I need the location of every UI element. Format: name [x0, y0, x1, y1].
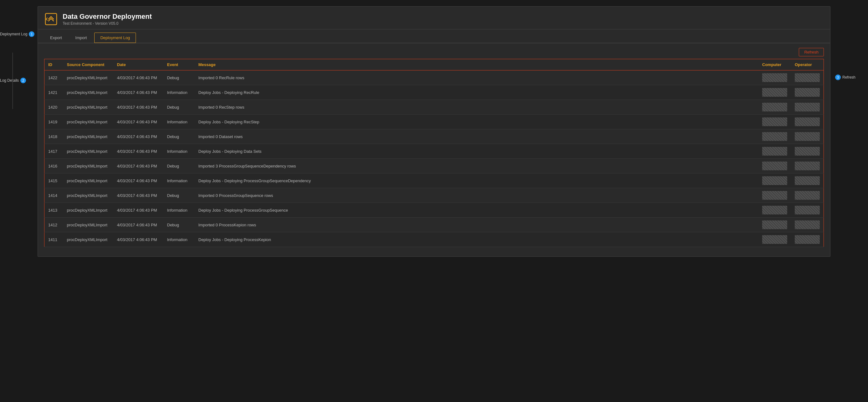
- cell-event: Information: [163, 174, 195, 188]
- cell-date: 4/03/2017 4:06:43 PM: [113, 203, 163, 218]
- cell-operator: [791, 159, 824, 174]
- cell-message: Deploy Jobs - Deploying Data Sets: [195, 144, 759, 159]
- cell-computer: [758, 70, 791, 85]
- app-header: Data Governor Deployment Test Environmen…: [38, 7, 830, 29]
- table-row[interactable]: 1420procDeployXMLImport4/03/2017 4:06:43…: [44, 100, 824, 115]
- main-panel: Data Governor Deployment Test Environmen…: [38, 6, 830, 257]
- tab-export[interactable]: Export: [44, 33, 68, 43]
- cell-computer: [758, 174, 791, 188]
- table-row[interactable]: 1419procDeployXMLImport4/03/2017 4:06:43…: [44, 115, 824, 129]
- cell-source: procDeployXMLImport: [63, 70, 113, 85]
- log-table-wrapper: ID Source Component Date Event Message C…: [44, 59, 824, 247]
- cell-id: 1416: [44, 159, 63, 174]
- log-table: ID Source Component Date Event Message C…: [44, 59, 824, 247]
- col-header-computer: Computer: [758, 59, 791, 70]
- cell-date: 4/03/2017 4:06:43 PM: [113, 115, 163, 129]
- cell-date: 4/03/2017 4:06:43 PM: [113, 129, 163, 144]
- tab-deployment-log[interactable]: Deployment Log: [94, 33, 136, 43]
- cell-computer: [758, 144, 791, 159]
- svg-rect-0: [45, 13, 57, 25]
- cell-source: procDeployXMLImport: [63, 188, 113, 203]
- cell-message: Imported 0 RecStep rows: [195, 100, 759, 115]
- app-title-block: Data Governor Deployment Test Environmen…: [63, 12, 152, 26]
- cell-computer: [758, 159, 791, 174]
- cell-event: Debug: [163, 70, 195, 85]
- table-row[interactable]: 1418procDeployXMLImport4/03/2017 4:06:43…: [44, 129, 824, 144]
- cell-id: 1414: [44, 188, 63, 203]
- table-row[interactable]: 1411procDeployXMLImport4/03/2017 4:06:43…: [44, 232, 824, 247]
- toolbar-row: Refresh: [44, 48, 824, 56]
- cell-date: 4/03/2017 4:06:43 PM: [113, 159, 163, 174]
- cell-date: 4/03/2017 4:06:43 PM: [113, 100, 163, 115]
- cell-message: Deploy Jobs - Deploying ProcessKepion: [195, 232, 759, 247]
- cell-message: Imported 0 Dataset rows: [195, 129, 759, 144]
- cell-message: Deploy Jobs - Deploying ProcessGroupSequ…: [195, 174, 759, 188]
- cell-date: 4/03/2017 4:06:43 PM: [113, 218, 163, 232]
- cell-id: 1417: [44, 144, 63, 159]
- cell-date: 4/03/2017 4:06:43 PM: [113, 85, 163, 100]
- content-area: Refresh ID Source Component Date Event M…: [38, 43, 830, 252]
- col-header-date: Date: [113, 59, 163, 70]
- cell-source: procDeployXMLImport: [63, 115, 113, 129]
- cell-operator: [791, 115, 824, 129]
- cell-source: procDeployXMLImport: [63, 85, 113, 100]
- cell-id: 1422: [44, 70, 63, 85]
- cell-event: Information: [163, 85, 195, 100]
- cell-event: Information: [163, 232, 195, 247]
- cell-computer: [758, 203, 791, 218]
- cell-id: 1419: [44, 115, 63, 129]
- cell-message: Imported 0 ProcessGroupSequence rows: [195, 188, 759, 203]
- app-title: Data Governor Deployment: [63, 12, 152, 21]
- col-header-event: Event: [163, 59, 195, 70]
- cell-computer: [758, 188, 791, 203]
- cell-computer: [758, 85, 791, 100]
- table-header-row: ID Source Component Date Event Message C…: [44, 59, 824, 70]
- cell-id: 1411: [44, 232, 63, 247]
- table-row[interactable]: 1414procDeployXMLImport4/03/2017 4:06:43…: [44, 188, 824, 203]
- refresh-button[interactable]: Refresh: [799, 48, 824, 56]
- cell-id: 1420: [44, 100, 63, 115]
- cell-id: 1412: [44, 218, 63, 232]
- cell-operator: [791, 100, 824, 115]
- cell-date: 4/03/2017 4:06:43 PM: [113, 174, 163, 188]
- left-sidebar-labels: Deployment Log 1 Log Details 2: [0, 6, 38, 86]
- refresh-right-label: Refresh: [842, 75, 856, 80]
- cell-message: Deploy Jobs - Deploying ProcessGroupSequ…: [195, 203, 759, 218]
- cell-operator: [791, 85, 824, 100]
- refresh-label-area: 3 Refresh: [834, 74, 868, 80]
- cell-message: Imported 3 ProcessGroupSequenceDependenc…: [195, 159, 759, 174]
- cell-id: 1415: [44, 174, 63, 188]
- table-row[interactable]: 1415procDeployXMLImport4/03/2017 4:06:43…: [44, 174, 824, 188]
- cell-id: 1418: [44, 129, 63, 144]
- col-header-operator: Operator: [791, 59, 824, 70]
- tab-import[interactable]: Import: [69, 33, 93, 43]
- right-label-area: 3 Refresh: [830, 6, 868, 80]
- cell-source: procDeployXMLImport: [63, 129, 113, 144]
- refresh-badge: 3: [835, 74, 841, 80]
- table-row[interactable]: 1416procDeployXMLImport4/03/2017 4:06:43…: [44, 159, 824, 174]
- cell-source: procDeployXMLImport: [63, 144, 113, 159]
- cell-message: Deploy Jobs - Deploying RecStep: [195, 115, 759, 129]
- cell-id: 1421: [44, 85, 63, 100]
- cell-operator: [791, 188, 824, 203]
- cell-event: Information: [163, 203, 195, 218]
- cell-date: 4/03/2017 4:06:43 PM: [113, 232, 163, 247]
- table-row[interactable]: 1421procDeployXMLImport4/03/2017 4:06:43…: [44, 85, 824, 100]
- cell-operator: [791, 129, 824, 144]
- cell-computer: [758, 232, 791, 247]
- cell-event: Debug: [163, 129, 195, 144]
- cell-source: procDeployXMLImport: [63, 174, 113, 188]
- table-row[interactable]: 1417procDeployXMLImport4/03/2017 4:06:43…: [44, 144, 824, 159]
- table-row[interactable]: 1413procDeployXMLImport4/03/2017 4:06:43…: [44, 203, 824, 218]
- cell-event: Information: [163, 144, 195, 159]
- cell-date: 4/03/2017 4:06:43 PM: [113, 188, 163, 203]
- table-row[interactable]: 1412procDeployXMLImport4/03/2017 4:06:43…: [44, 218, 824, 232]
- cell-computer: [758, 218, 791, 232]
- tabs-row: Export Import Deployment Log: [38, 29, 830, 43]
- cell-source: procDeployXMLImport: [63, 218, 113, 232]
- cell-operator: [791, 218, 824, 232]
- table-row[interactable]: 1422procDeployXMLImport4/03/2017 4:06:43…: [44, 70, 824, 85]
- cell-computer: [758, 100, 791, 115]
- cell-source: procDeployXMLImport: [63, 203, 113, 218]
- col-header-message: Message: [195, 59, 759, 70]
